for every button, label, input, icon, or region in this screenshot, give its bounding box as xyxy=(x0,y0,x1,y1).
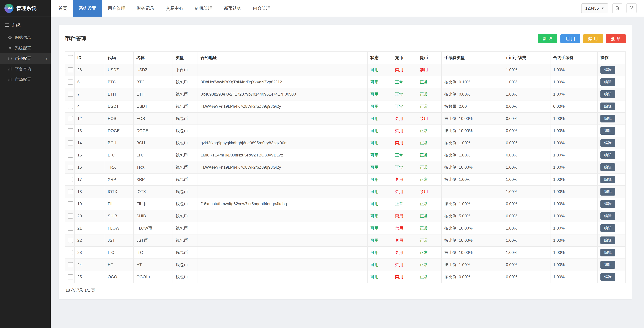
edit-button[interactable]: 编辑 xyxy=(600,200,615,208)
brand: USDZ 管理系统 xyxy=(0,0,51,17)
cell-fee_type: 按数量: 2.00 xyxy=(442,100,503,112)
edit-button[interactable]: 编辑 xyxy=(600,188,615,196)
row-checkbox[interactable] xyxy=(68,262,73,267)
edit-button[interactable]: 编辑 xyxy=(600,273,615,281)
edit-button[interactable]: 编辑 xyxy=(600,78,615,86)
cell-actions: 编辑 xyxy=(598,246,626,259)
status-badge: 可用 xyxy=(370,80,378,84)
user-menu-button[interactable]: 123456 ▼ xyxy=(581,4,608,13)
table-row: 25OGOOGO币钱包币可用禁用正常按比例: 0.00%0.00%1.00%编辑 xyxy=(65,271,626,283)
logout-button[interactable] xyxy=(626,4,636,13)
cell-deposit: 正常 xyxy=(392,100,417,112)
cell-name: LTC xyxy=(134,149,173,161)
topbar-controls: 123456 ▼ xyxy=(581,0,644,17)
nav-tab-home[interactable]: 首页 xyxy=(53,0,73,17)
cell-type: 钱包币 xyxy=(173,112,198,125)
edit-button[interactable]: 编辑 xyxy=(600,115,615,122)
trash-button[interactable] xyxy=(612,4,622,13)
row-checkbox[interactable] xyxy=(68,140,73,145)
row-checkbox[interactable] xyxy=(68,152,73,158)
edit-button[interactable]: 编辑 xyxy=(600,249,615,256)
sidebar-item-label: 系统配置 xyxy=(15,45,31,51)
cell-contract: LMi8R1E4mrJkjXUhNzuSRWZTBQ33yVBLVz xyxy=(198,149,368,161)
edit-button[interactable]: 编辑 xyxy=(600,66,615,74)
cell-fee_type xyxy=(442,186,503,198)
cell-status: 可用 xyxy=(368,149,392,161)
sidebar-item-platform-market[interactable]: 平台市场› xyxy=(0,64,51,74)
column-header-4: 类型 xyxy=(173,52,198,64)
row-checkbox[interactable] xyxy=(68,116,73,121)
status-badge: 可用 xyxy=(370,165,378,170)
sidebar-item-system-config[interactable]: 系统配置› xyxy=(0,43,51,53)
disable-button[interactable]: 禁 用 xyxy=(583,34,603,43)
edit-button[interactable]: 编辑 xyxy=(600,102,615,110)
cell-actions: 编辑 xyxy=(598,222,626,234)
row-checkbox[interactable] xyxy=(68,214,73,219)
row-checkbox[interactable] xyxy=(68,92,73,97)
delete-button[interactable]: 删 除 xyxy=(606,34,626,43)
edit-button[interactable]: 编辑 xyxy=(600,151,615,159)
sidebar-item-site-info[interactable]: 网站信息› xyxy=(0,32,51,43)
row-checkbox[interactable] xyxy=(68,128,73,133)
row-checkbox[interactable] xyxy=(68,177,73,182)
sidebar-item-coin-config[interactable]: ¥币种配置› xyxy=(0,53,51,64)
cell-id: 24 xyxy=(74,259,105,271)
row-checkbox[interactable] xyxy=(68,165,73,170)
cell-code: HT xyxy=(105,259,134,271)
nav-tab-miner-management[interactable]: 矿机管理 xyxy=(189,0,218,17)
edit-button[interactable]: 编辑 xyxy=(600,139,615,147)
row-checkbox[interactable] xyxy=(68,201,73,206)
svg-text:¥: ¥ xyxy=(9,58,11,60)
table-row: 18IOTXIOTX钱包币可用禁用禁用1.00%1.00%编辑 xyxy=(65,186,626,198)
cell-contract_fee: 1.00% xyxy=(550,112,598,125)
edit-button[interactable]: 编辑 xyxy=(600,127,615,135)
edit-button[interactable]: 编辑 xyxy=(600,176,615,183)
select-all-checkbox[interactable] xyxy=(68,55,73,60)
edit-button[interactable]: 编辑 xyxy=(600,212,615,220)
row-checkbox[interactable] xyxy=(68,189,73,194)
nav-tab-user-management[interactable]: 用户管理 xyxy=(102,0,131,17)
status-badge: 可用 xyxy=(370,104,378,109)
main-content: 币种管理 新 增启 用禁 用删 除 ID代码名称类型合约地址状态充币提币手续费类… xyxy=(51,17,644,328)
table-row: 22JSTJST币钱包币可用禁用正常按比例: 10.00%1.00%1.00%编… xyxy=(65,234,626,246)
cell-contract xyxy=(198,259,368,271)
row-checkbox[interactable] xyxy=(68,67,73,72)
table-row: 14BCHBCH钱包币qzkf2fxnq9pnygkkdhqhj6ue0895r… xyxy=(65,137,626,149)
row-checkbox[interactable] xyxy=(68,250,73,255)
sidebar-item-label: 平台市场 xyxy=(15,66,31,72)
status-badge: 禁用 xyxy=(395,250,403,255)
edit-button[interactable]: 编辑 xyxy=(600,90,615,98)
edit-button[interactable]: 编辑 xyxy=(600,224,615,232)
edit-button[interactable]: 编辑 xyxy=(600,261,615,269)
nav-tab-trade-center[interactable]: 交易中心 xyxy=(160,0,189,17)
add-button[interactable]: 新 增 xyxy=(538,34,558,43)
cell-type: 钱包币 xyxy=(173,88,198,100)
cell-status: 可用 xyxy=(368,246,392,259)
row-checkbox[interactable] xyxy=(68,104,73,109)
row-checkbox[interactable] xyxy=(68,226,73,231)
cell-status: 可用 xyxy=(368,112,392,125)
status-badge: 正常 xyxy=(420,153,428,157)
cell-fee_type: 按比例: 10.00% xyxy=(442,112,503,125)
nav-tab-content-management[interactable]: 内容管理 xyxy=(247,0,276,17)
nav-tab-finance-records[interactable]: 财务记录 xyxy=(131,0,160,17)
status-badge: 可用 xyxy=(370,238,378,243)
nav-tab-system-settings[interactable]: 系统设置 xyxy=(73,0,102,17)
cell-contract xyxy=(198,112,368,125)
cell-name: ETH xyxy=(134,88,173,100)
row-checkbox[interactable] xyxy=(68,80,73,85)
cell-coin_fee: 0.00% xyxy=(503,112,550,125)
cell-contract_fee: 1.00% xyxy=(550,149,598,161)
cell-withdraw: 正常 xyxy=(417,173,442,186)
record-count: 18 条记录 1/1 页 xyxy=(65,283,626,294)
edit-button[interactable]: 编辑 xyxy=(600,236,615,244)
enable-button[interactable]: 启 用 xyxy=(560,34,580,43)
edit-button[interactable]: 编辑 xyxy=(600,163,615,171)
status-badge: 正常 xyxy=(420,80,428,84)
row-checkbox[interactable] xyxy=(68,238,73,243)
row-checkbox[interactable] xyxy=(68,274,73,279)
sidebar-section-header: 系统 xyxy=(0,17,51,32)
cell-contract xyxy=(198,64,368,76)
nav-tab-new-coin-subscription[interactable]: 新币认购 xyxy=(218,0,247,17)
sidebar-item-market-config[interactable]: 市场配置› xyxy=(0,74,51,85)
